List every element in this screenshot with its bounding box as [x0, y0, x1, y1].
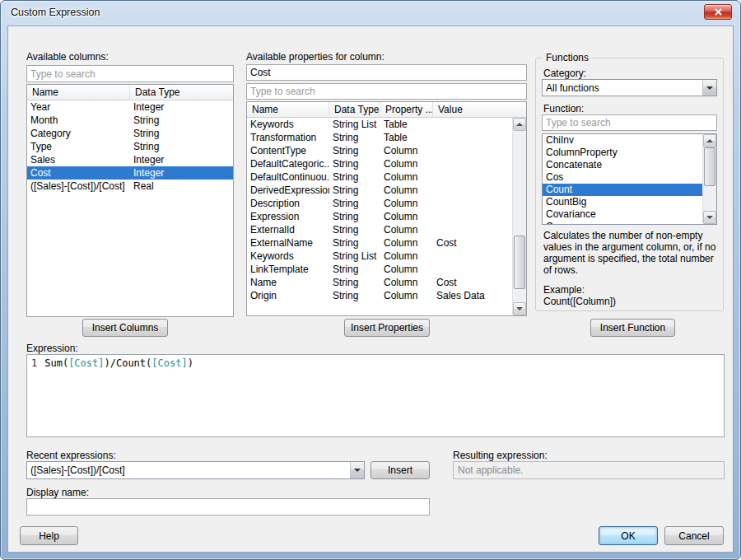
- close-button[interactable]: [704, 4, 732, 20]
- window-title: Custom Expression: [11, 7, 100, 18]
- category-dropdown[interactable]: All functions: [542, 79, 717, 96]
- column-row[interactable]: CategoryString: [27, 127, 233, 140]
- expression-token: [Cost]: [151, 357, 187, 369]
- column-row[interactable]: YearInteger: [27, 100, 233, 114]
- property-row[interactable]: KeywordsString ListTable: [247, 118, 512, 131]
- property-row[interactable]: KeywordsString ListColumn: [247, 250, 512, 263]
- property-type-cell: String: [329, 236, 380, 250]
- selected-column-field[interactable]: [246, 64, 527, 81]
- property-row[interactable]: ExpressionStringColumn: [247, 210, 512, 223]
- recent-expressions-dropdown[interactable]: ([Sales]-[Cost])/[Cost]: [26, 461, 365, 479]
- property-name-cell: ExternalName: [247, 236, 329, 250]
- resulting-expression-value: Not applicable.: [453, 461, 725, 479]
- ok-button[interactable]: OK: [599, 526, 658, 545]
- function-list-item[interactable]: ColumnProperty: [543, 147, 716, 159]
- example-label: Example:: [543, 284, 718, 296]
- property-value-cell: [433, 157, 512, 170]
- scroll-down-icon: [516, 307, 523, 310]
- properties-table: Name Data Type Property ... Value Keywor…: [246, 101, 527, 316]
- property-row[interactable]: TransformationStringTable: [247, 131, 512, 144]
- column-name-cell: Cost: [27, 166, 130, 180]
- help-button[interactable]: Help: [20, 526, 78, 545]
- property-class-cell: Column: [380, 250, 433, 263]
- chevron-down-icon: [354, 469, 361, 472]
- property-class-cell: Column: [380, 263, 433, 276]
- columns-search-input[interactable]: [26, 65, 234, 82]
- scrollbar-thumb[interactable]: [704, 147, 715, 186]
- property-type-cell: String: [329, 276, 380, 289]
- property-type-cell: String: [329, 157, 380, 170]
- function-search-input[interactable]: [542, 114, 717, 131]
- property-row[interactable]: NameStringColumnCost: [247, 276, 512, 289]
- property-value-cell: [433, 131, 512, 144]
- column-type-cell: Real: [130, 180, 233, 193]
- dropdown-button[interactable]: [702, 80, 716, 96]
- property-class-cell: Column: [380, 184, 433, 197]
- function-list-item[interactable]: Concatenate: [543, 159, 716, 171]
- properties-header-value[interactable]: Value: [433, 102, 526, 117]
- property-value-cell: [433, 210, 512, 223]
- display-name-input[interactable]: [26, 498, 430, 516]
- expression-token: )/Count(: [105, 357, 152, 369]
- columns-table-body: YearIntegerMonthStringCategoryStringType…: [27, 100, 233, 316]
- property-type-cell: String: [329, 131, 380, 144]
- properties-header-datatype[interactable]: Data Type: [329, 102, 380, 117]
- recent-expression-value: ([Sales]-[Cost])/[Cost]: [27, 464, 350, 476]
- properties-search-input[interactable]: [246, 83, 527, 100]
- property-row[interactable]: DescriptionStringColumn: [247, 197, 512, 210]
- property-row[interactable]: ExternalNameStringColumnCost: [247, 236, 512, 250]
- property-name-cell: Description: [247, 197, 329, 210]
- property-row[interactable]: DerivedExpressionStringColumn: [247, 184, 512, 197]
- properties-header-name[interactable]: Name: [247, 102, 329, 117]
- function-list-item[interactable]: Count: [543, 184, 716, 196]
- function-list-item[interactable]: CountBig: [543, 196, 716, 208]
- function-list-item[interactable]: Covariance: [543, 208, 716, 221]
- scroll-down-button[interactable]: [513, 302, 526, 315]
- property-name-cell: Transformation: [247, 131, 329, 144]
- scroll-down-button[interactable]: [703, 211, 716, 224]
- insert-columns-button[interactable]: Insert Columns: [82, 319, 168, 337]
- property-row[interactable]: ExternalIdStringColumn: [247, 223, 512, 236]
- scroll-up-button[interactable]: [513, 118, 526, 131]
- properties-scrollbar[interactable]: [512, 118, 526, 315]
- expression-editor[interactable]: 1Sum([Cost])/Count([Cost]): [26, 354, 725, 437]
- cancel-button[interactable]: Cancel: [664, 526, 724, 545]
- insert-recent-button[interactable]: Insert: [370, 461, 430, 479]
- dropdown-button[interactable]: [350, 462, 364, 478]
- insert-function-button[interactable]: Insert Function: [590, 319, 675, 337]
- scrollbar-thumb[interactable]: [514, 236, 525, 289]
- property-row[interactable]: DefaultContinuou...StringColumn: [247, 170, 512, 184]
- property-class-cell: Column: [380, 210, 433, 223]
- insert-properties-button[interactable]: Insert Properties: [344, 319, 430, 337]
- property-row[interactable]: ContentTypeStringColumn: [247, 144, 512, 157]
- function-list-item[interactable]: Currency: [543, 221, 716, 225]
- property-row[interactable]: LinkTemplateStringColumn: [247, 263, 512, 276]
- column-row[interactable]: SalesInteger: [27, 153, 233, 166]
- function-list-item[interactable]: ChiInv: [543, 134, 716, 147]
- available-properties-label: Available properties for column:: [246, 51, 384, 63]
- column-name-cell: Type: [27, 140, 130, 153]
- scroll-up-button[interactable]: [703, 134, 716, 147]
- function-list-item[interactable]: Cos: [543, 171, 716, 184]
- function-list-scrollbar[interactable]: [702, 134, 716, 224]
- property-type-cell: String List: [329, 118, 380, 131]
- column-row[interactable]: TypeString: [27, 140, 233, 153]
- column-row[interactable]: CostInteger: [27, 166, 233, 180]
- property-type-cell: String: [329, 289, 380, 302]
- property-class-cell: Column: [380, 276, 433, 289]
- column-type-cell: Integer: [130, 166, 233, 180]
- column-row[interactable]: ([Sales]-[Cost])/[Cost]Real: [27, 180, 233, 193]
- property-class-cell: Column: [380, 170, 433, 184]
- function-description-text: Calculates the number of non-empty value…: [543, 230, 718, 276]
- function-description: Calculates the number of non-empty value…: [543, 230, 718, 307]
- property-row[interactable]: DefaultCategoric...StringColumn: [247, 157, 512, 170]
- properties-header-propertyclass[interactable]: Property ...: [380, 102, 433, 117]
- columns-header-name[interactable]: Name: [27, 85, 130, 100]
- titlebar[interactable]: Custom Expression: [1, 1, 740, 26]
- property-name-cell: DefaultContinuou...: [247, 170, 329, 184]
- column-row[interactable]: MonthString: [27, 114, 233, 127]
- column-type-cell: String: [130, 114, 233, 127]
- property-row[interactable]: OriginStringColumnSales Data: [247, 289, 512, 302]
- columns-header-datatype[interactable]: Data Type: [130, 85, 233, 100]
- property-type-cell: String: [329, 210, 380, 223]
